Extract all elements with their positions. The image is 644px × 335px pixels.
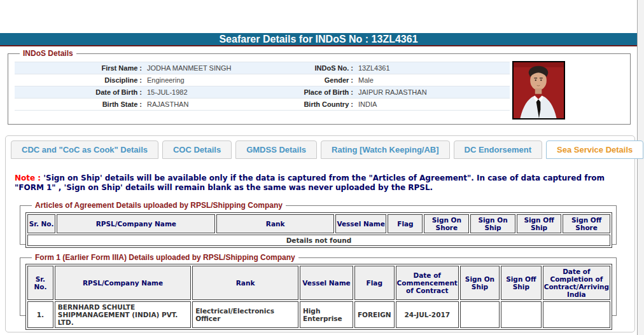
- date-of-birth-value: 15-JUL-1982: [147, 88, 303, 96]
- first-name-label: First Name :: [15, 64, 147, 72]
- agreement-table: Sr. No. RPSL/Company Name Rank Vessel Na…: [25, 212, 612, 248]
- indos-no-value: 13ZL4361: [358, 64, 510, 72]
- form1-header-rank: Rank: [192, 266, 298, 300]
- discipline-label: Discipline :: [15, 76, 147, 84]
- birth-country-value: INDIA: [358, 100, 510, 108]
- place-of-birth-value: JAIPUR RAJASTHAN: [358, 88, 510, 96]
- agreement-header-company: RPSL/Company Name: [57, 214, 215, 233]
- seafarer-details-page: Seafarer Details for INDoS No : 13ZL4361…: [0, 0, 644, 335]
- tab-dc-endorsement[interactable]: DC Endorsement: [454, 140, 542, 159]
- gender-value: Male: [358, 76, 510, 84]
- form1-header-sign-on-ship: Sign On Ship: [460, 266, 500, 300]
- gender-label: Gender :: [303, 76, 358, 84]
- tab-cdc-coc-as-cook-details[interactable]: CDC and "CoC as Cook" Details: [11, 140, 158, 159]
- form1-legend: Form 1 (Earlier Form IIIA) Details uploa…: [32, 253, 298, 262]
- form1-header-row: Sr. No. RPSL/Company Name Rank Vessel Na…: [27, 266, 610, 300]
- agreement-header-vessel: Vessel Name: [335, 214, 387, 233]
- indos-no-label: INDoS No. :: [303, 64, 358, 72]
- form1-cell-completion: [543, 301, 610, 328]
- tab-sea-service-details[interactable]: Sea Service Details: [546, 140, 643, 159]
- form1-data-row: 1. BERNHARD SCHULTE SHIPMANAGEMENT (INDI…: [27, 301, 610, 328]
- agreement-legend: Articles of Agreement Details uploaded b…: [32, 201, 286, 210]
- agreement-header-sign-off-shore: Sign Off Shore: [563, 214, 610, 233]
- birth-state-value: RAJASTHAN: [147, 100, 303, 108]
- tab-strip: CDC and "CoC as Cook" Details COC Detail…: [11, 140, 644, 159]
- form1-header-sign-off-ship: Sign Off Ship: [501, 266, 542, 300]
- note-text: Note : 'Sign on Ship' details will be av…: [15, 174, 624, 193]
- agreement-header-sign-off-ship: Sign Off Ship: [517, 214, 562, 233]
- agreement-header-sign-on-ship: Sign On Ship: [470, 214, 515, 233]
- form1-cell-sr-no: 1.: [27, 301, 53, 328]
- detail-row: Discipline : Engineering Gender : Male: [15, 74, 510, 86]
- agreement-header-sr-no: Sr. No.: [27, 214, 55, 233]
- form1-table: Sr. No. RPSL/Company Name Rank Vessel Na…: [25, 264, 612, 330]
- form1-cell-sign-off-ship: [501, 301, 542, 328]
- birth-state-label: Birth State :: [15, 100, 147, 108]
- indos-details-legend: INDoS Details: [20, 49, 76, 58]
- form1-cell-company: BERNHARD SCHULTE SHIPMANAGEMENT (INDIA) …: [55, 301, 191, 328]
- form1-header-flag: Flag: [354, 266, 395, 300]
- date-of-birth-label: Date of Birth :: [15, 88, 147, 96]
- form1-cell-flag: FOREIGN: [354, 301, 395, 328]
- first-name-value: JODHA MANMEET SINGH: [147, 64, 303, 72]
- indos-details-grid: First Name : JODHA MANMEET SINGH INDoS N…: [15, 62, 510, 111]
- tab-gmdss-details[interactable]: GMDSS Details: [235, 140, 317, 159]
- form1-header-completion: Date of Completion of Contract/Arriving …: [543, 266, 610, 300]
- detail-row: First Name : JODHA MANMEET SINGH INDoS N…: [15, 62, 510, 74]
- vertical-scrollbar[interactable]: [637, 0, 644, 335]
- form1-cell-sign-on-ship: [460, 301, 500, 328]
- page-title: Seafarer Details for INDoS No : 13ZL4361: [0, 33, 637, 46]
- details-not-found-message: Details not found: [27, 235, 610, 246]
- detail-row: Birth State : RAJASTHAN Birth Country : …: [15, 99, 510, 111]
- form1-header-commencement: Date of Commencement of Contract: [396, 266, 459, 300]
- seafarer-photo: [512, 61, 565, 120]
- note-prefix: Note :: [15, 174, 41, 182]
- form1-cell-rank: Electrical/Electronics Officer: [192, 301, 298, 328]
- form1-header-sr-no: Sr. No.: [27, 266, 53, 300]
- form1-cell-vessel: High Enterprise: [300, 301, 353, 328]
- agreement-empty-row: Details not found: [27, 235, 610, 246]
- place-of-birth-label: Place of Birth :: [303, 88, 358, 96]
- agreement-header-rank: Rank: [216, 214, 333, 233]
- tab-panel: CDC and "CoC as Cook" Details COC Detail…: [5, 135, 635, 332]
- agreement-fieldset: Articles of Agreement Details uploaded b…: [20, 205, 617, 245]
- birth-country-label: Birth Country :: [303, 100, 358, 108]
- form1-fieldset: Form 1 (Earlier Form IIIA) Details uploa…: [20, 257, 617, 316]
- agreement-header-flag: Flag: [388, 214, 423, 233]
- form1-cell-commencement: 24-JUL-2017: [396, 301, 459, 328]
- detail-row: Date of Birth : 15-JUL-1982 Place of Bir…: [15, 86, 510, 99]
- agreement-header-row: Sr. No. RPSL/Company Name Rank Vessel Na…: [27, 214, 610, 233]
- seafarer-photo-image: [514, 62, 564, 118]
- tab-coc-details[interactable]: COC Details: [162, 140, 232, 159]
- form1-header-company: RPSL/Company Name: [55, 266, 191, 300]
- discipline-value: Engineering: [147, 76, 303, 84]
- form1-header-vessel: Vessel Name: [300, 266, 353, 300]
- agreement-header-sign-on-shore: Sign On Shore: [424, 214, 469, 233]
- note-body: 'Sign on Ship' details will be available…: [15, 174, 605, 192]
- tab-rating-watch-keeping-ab[interactable]: Rating [Watch Keeping/AB]: [321, 140, 450, 159]
